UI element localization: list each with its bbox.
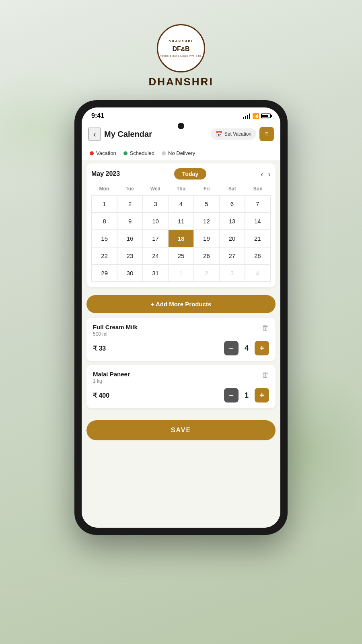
calendar-month: May 2023 — [91, 170, 120, 178]
table-row[interactable]: 7 — [245, 195, 270, 213]
table-row[interactable]: 6 — [219, 195, 245, 213]
quantity-decrease-milk[interactable]: − — [224, 341, 239, 355]
days-body: 1 2 3 4 5 6 7 8 9 10 11 12 13 1 — [91, 195, 271, 282]
table-row[interactable]: 29 — [92, 264, 117, 282]
table-row[interactable]: 14 — [245, 213, 270, 230]
table-row[interactable]: 11 — [168, 213, 193, 230]
table-row[interactable]: 13 — [219, 213, 245, 230]
wifi-icon: 📶 — [252, 113, 259, 119]
phone-frame: 9:41 📶 ‹ My Calendar — [74, 100, 288, 535]
logo-brand-top: DHANSHRI — [160, 40, 202, 43]
table-row[interactable]: 10 — [143, 213, 168, 230]
next-month-button[interactable]: › — [268, 170, 271, 178]
table-row[interactable]: 19 — [194, 230, 219, 247]
set-vacation-label: Set Vacation — [224, 131, 251, 137]
table-row[interactable]: 25 — [168, 247, 193, 264]
signal-bar-2 — [245, 116, 246, 119]
quantity-increase-milk[interactable]: + — [255, 341, 269, 355]
table-row[interactable]: 20 — [219, 230, 245, 247]
table-row[interactable]: 2 — [194, 264, 219, 282]
days-grid: Mon Tue Wed Thu Fri Sat Sun 1 2 3 4 — [91, 184, 271, 282]
save-section: SAVE — [82, 417, 280, 447]
table-row[interactable]: 27 — [219, 247, 245, 264]
table-row[interactable]: 1 — [168, 264, 193, 282]
menu-button[interactable]: ≡ — [259, 127, 274, 141]
day-header-fri: Fri — [194, 184, 220, 193]
legend-scheduled: Scheduled — [123, 150, 154, 156]
signal-bar-1 — [243, 117, 244, 119]
calendar-icon: 📅 — [216, 131, 222, 137]
product-top-paneer: Malai Paneer 1 kg 🗑 — [93, 371, 269, 384]
vacation-dot — [90, 151, 94, 155]
days-header: Mon Tue Wed Thu Fri Sat Sun — [91, 184, 271, 193]
table-row[interactable]: 8 — [92, 213, 117, 230]
add-more-products-button[interactable]: + Add More Products — [86, 295, 276, 313]
day-header-mon: Mon — [91, 184, 117, 193]
product-price-milk: ₹ 33 — [93, 345, 106, 352]
delete-paneer-button[interactable]: 🗑 — [262, 371, 269, 379]
table-row[interactable]: 5 — [194, 195, 219, 213]
prev-month-button[interactable]: ‹ — [261, 170, 263, 178]
set-vacation-button[interactable]: 📅 Set Vacation — [211, 128, 256, 140]
table-row[interactable]: 12 — [194, 213, 219, 230]
menu-icon: ≡ — [265, 130, 268, 138]
logo-amp: & — [181, 45, 185, 52]
table-row[interactable]: 9 — [117, 213, 142, 230]
legend-no-delivery: No Delivery — [162, 150, 195, 156]
quantity-value-paneer: 1 — [242, 391, 251, 400]
product-card-paneer: Malai Paneer 1 kg 🗑 ₹ 400 − 1 + — [86, 365, 276, 408]
logo-df: DF — [172, 45, 181, 52]
page-title: My Calendar — [104, 130, 208, 139]
table-row[interactable]: 31 — [143, 264, 168, 282]
quantity-control-milk: − 4 + — [224, 341, 269, 355]
logo-letters: DF&B — [160, 43, 202, 54]
logo-b: B — [185, 45, 190, 52]
no-delivery-label: No Delivery — [168, 150, 195, 156]
signal-bar-4 — [249, 114, 250, 119]
logo-inner: DHANSHRI DF&B FOODS & BEVERAGES PVT. LTD… — [160, 40, 202, 57]
table-row[interactable]: 1 — [92, 195, 117, 213]
quantity-value-milk: 4 — [242, 344, 251, 353]
table-row[interactable]: 16 — [117, 230, 142, 247]
table-row[interactable]: 26 — [194, 247, 219, 264]
logo-circle: DHANSHRI DF&B FOODS & BEVERAGES PVT. LTD… — [157, 24, 205, 72]
table-row[interactable]: 4 — [245, 264, 270, 282]
save-button[interactable]: SAVE — [86, 420, 276, 440]
table-row[interactable]: 23 — [117, 247, 142, 264]
calendar-header: May 2023 Today ‹ › — [91, 168, 271, 180]
product-top-milk: Full Cream Milk 500 ml 🗑 — [93, 324, 269, 337]
table-row[interactable]: 24 — [143, 247, 168, 264]
today-cell[interactable]: 18 — [168, 230, 193, 247]
product-info-milk: Full Cream Milk 500 ml — [93, 324, 138, 337]
table-row[interactable]: 30 — [117, 264, 142, 282]
today-button[interactable]: Today — [174, 168, 206, 180]
table-row[interactable]: 22 — [92, 247, 117, 264]
status-time: 9:41 — [91, 112, 104, 120]
quantity-increase-paneer[interactable]: + — [255, 388, 269, 402]
phone-screen: 9:41 📶 ‹ My Calendar — [82, 107, 280, 528]
calendar-navigation: ‹ › — [261, 170, 271, 178]
table-row[interactable]: 28 — [245, 247, 270, 264]
table-row[interactable]: 17 — [143, 230, 168, 247]
scheduled-dot — [123, 151, 128, 155]
table-row[interactable]: 2 — [117, 195, 142, 213]
legend: Vacation Scheduled No Delivery — [82, 146, 280, 160]
status-icons: 📶 — [243, 113, 271, 119]
signal-bars-icon — [243, 113, 250, 119]
product-bottom-milk: ₹ 33 − 4 + — [93, 341, 269, 355]
calendar-section: May 2023 Today ‹ › Mon Tue Wed Thu Fri S… — [86, 163, 276, 287]
back-button[interactable]: ‹ — [88, 128, 101, 140]
table-row[interactable]: 4 — [168, 195, 193, 213]
day-header-sun: Sun — [245, 184, 271, 193]
table-row[interactable]: 3 — [219, 264, 245, 282]
delete-milk-button[interactable]: 🗑 — [262, 324, 269, 332]
table-row[interactable]: 15 — [92, 230, 117, 247]
table-row[interactable]: 3 — [143, 195, 168, 213]
products-section: + Add More Products Full Cream Milk 500 … — [82, 290, 280, 417]
product-price-paneer: ₹ 400 — [93, 392, 109, 399]
product-name-milk: Full Cream Milk — [93, 324, 138, 330]
table-row[interactable]: 21 — [245, 230, 270, 247]
quantity-decrease-paneer[interactable]: − — [224, 388, 239, 402]
quantity-control-paneer: − 1 + — [224, 388, 269, 402]
legend-vacation: Vacation — [90, 150, 116, 156]
